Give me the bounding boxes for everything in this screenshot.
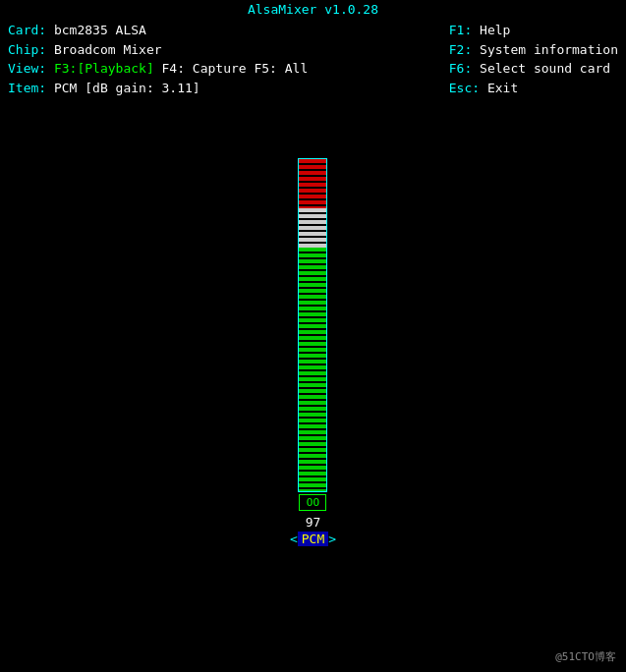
app-title: AlsaMixer v1.0.28 (248, 2, 378, 17)
esc-desc: Exit (487, 81, 518, 95)
level-red (299, 159, 326, 208)
watermark: @51CTO博客 (555, 649, 616, 664)
card-line: Card: bcm2835 ALSA (8, 21, 308, 40)
info-left: Card: bcm2835 ALSA Chip: Broadcom Mixer … (8, 21, 308, 97)
channel-label-row: < PCM > (290, 532, 336, 546)
arrow-right-icon[interactable]: > (328, 532, 336, 546)
chip-label: Chip: (8, 42, 46, 57)
info-right: F1: Help F2: System information F6: Sele… (449, 21, 618, 97)
item-value: PCM [dB gain: 3.11] (54, 81, 200, 95)
esc-line: Esc: Exit (449, 79, 618, 98)
f2-line: F2: System information (449, 40, 618, 60)
f6-key: F6: (449, 61, 472, 76)
card-value: bcm2835 ALSA (54, 23, 146, 37)
card-label: Card: (8, 23, 46, 37)
item-label: Item: (8, 81, 46, 95)
view-line: View: F3:[Playback] F4: Capture F5: All (8, 59, 308, 79)
level-green (299, 248, 326, 491)
esc-key: Esc: (449, 81, 480, 95)
chip-line: Chip: Broadcom Mixer (8, 40, 308, 60)
f1-key: F1: (449, 23, 472, 37)
volume-number: 97 (306, 515, 321, 530)
chip-value: Broadcom Mixer (54, 42, 162, 57)
channel-name: PCM (298, 532, 328, 546)
f1-desc: Help (480, 23, 510, 37)
view-label: View: (8, 61, 46, 76)
channel-pcm: OO 97 < PCM > (290, 158, 336, 546)
arrow-left-icon[interactable]: < (290, 532, 298, 546)
mixer-area: OO 97 < PCM > (0, 158, 626, 546)
f2-desc: System information (480, 42, 618, 57)
item-line: Item: PCM [dB gain: 3.11] (8, 79, 308, 98)
view-f5: F5: All (254, 61, 308, 76)
view-f4: F4: Capture (162, 61, 247, 76)
f2-key: F2: (449, 42, 472, 57)
f6-line: F6: Select sound card (449, 59, 618, 79)
f1-line: F1: Help (449, 21, 618, 40)
fader-container[interactable] (298, 158, 327, 492)
mute-box[interactable]: OO (299, 494, 326, 511)
title-bar: AlsaMixer v1.0.28 (0, 0, 626, 19)
view-f3: F3:[Playback] (54, 61, 154, 76)
level-gap (299, 208, 326, 248)
f6-desc: Select sound card (480, 61, 610, 76)
info-area: Card: bcm2835 ALSA Chip: Broadcom Mixer … (0, 19, 626, 99)
